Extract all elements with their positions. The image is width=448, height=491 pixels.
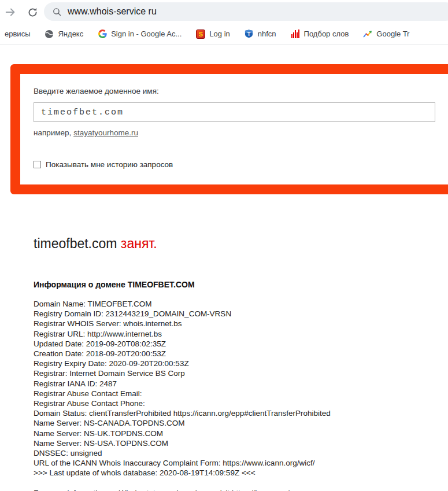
whois-line: For more information on Whois status cod… (34, 488, 448, 491)
bookmark-login[interactable]: S Log in (192, 28, 233, 40)
reload-icon (27, 6, 39, 19)
whois-line: Updated Date: 2019-09-20T08:02:35Z (34, 339, 448, 349)
whois-line: DNSSEC: unsigned (34, 448, 448, 458)
result-heading: timeofbet.com занят. (34, 237, 448, 250)
whois-line: Registrar Abuse Contact Phone: (34, 398, 448, 408)
forward-button[interactable] (3, 5, 17, 19)
whois-line: Name Server: NS-UK.TOPDNS.COM (34, 429, 448, 438)
result-status: занят. (121, 236, 157, 251)
search-icon (52, 7, 62, 17)
bookmarks-bar: ервисы Яндекс Sign in - Google Ac... S L… (0, 23, 448, 45)
address-bar[interactable]: www.whois-service ru (44, 2, 448, 21)
whois-line: Registrar Abuse Contact Email: (34, 389, 448, 398)
red-bars-icon (291, 29, 300, 39)
whois-line: Registry Domain ID: 2312443219_DOMAIN_CO… (34, 309, 448, 319)
whois-block: Domain Name: TIMEOFBET.COMRegistry Domai… (34, 299, 448, 491)
url-text: www.whois-service ru (68, 6, 157, 17)
history-checkbox[interactable] (34, 161, 41, 168)
bookmark-yandex[interactable]: Яндекс (41, 28, 87, 40)
bookmark-google-signin[interactable]: Sign in - Google Ac... (94, 28, 185, 40)
history-checkbox-label: Показывать мне историю запросов (46, 160, 173, 169)
blue-shield-t-icon: T (245, 29, 254, 39)
whois-line: Creation Date: 2018-09-20T20:00:53Z (34, 349, 448, 359)
result-domain: timeofbet.com (34, 236, 117, 251)
svg-text:T: T (247, 31, 251, 37)
whois-line: Name Server: NS-USA.TOPDNS.COM (34, 438, 448, 448)
whois-line: Registrar URL: http://www.internet.bs (34, 329, 448, 339)
browser-toolbar: www.whois-service ru (0, 0, 448, 23)
globe-icon (45, 29, 54, 39)
trends-icon (363, 29, 372, 39)
domain-info-heading: Информация о домене TIMEOFBET.COM (34, 280, 448, 289)
bookmark-google-trends[interactable]: Google Tr (360, 28, 413, 40)
bookmark-wordstat[interactable]: Подбор слов (287, 28, 353, 40)
bookmark-servisy[interactable]: ервисы (1, 28, 34, 40)
history-checkbox-row: Показывать мне историю запросов (34, 160, 435, 169)
forward-arrow-icon (4, 6, 17, 19)
example-prefix: например, (34, 128, 71, 137)
red-s-icon: S (196, 29, 205, 39)
domain-query-box: Введите желаемое доменное имя: например,… (10, 64, 448, 194)
whois-line: Domain Name: TIMEOFBET.COM (34, 299, 448, 309)
page-content: Введите желаемое доменное имя: например,… (0, 64, 448, 491)
google-g-icon (98, 29, 107, 39)
whois-line: Registrar WHOIS Server: whois.internet.b… (34, 319, 448, 328)
whois-line (34, 478, 448, 488)
whois-line: >>> Last update of whois database: 2020-… (34, 468, 448, 478)
domain-input[interactable] (34, 102, 435, 122)
whois-line: Registrar: Internet Domain Service BS Co… (34, 368, 448, 378)
whois-line: Registrar IANA ID: 2487 (34, 379, 448, 389)
example-line: например, stayatyourhome.ru (34, 128, 435, 137)
reload-button[interactable] (25, 5, 39, 19)
bookmark-nhfcn[interactable]: T nhfcn (241, 28, 280, 40)
whois-line: Name Server: NS-CANADA.TOPDNS.COM (34, 418, 448, 428)
example-domain-link[interactable]: stayatyourhome.ru (73, 128, 138, 137)
domain-input-label: Введите желаемое доменное имя: (34, 87, 435, 95)
whois-line: Domain Status: clientTransferProhibited … (34, 408, 448, 418)
whois-line: URL of the ICANN Whois Inaccuracy Compla… (34, 458, 448, 468)
whois-line: Registry Expiry Date: 2020-09-20T20:00:5… (34, 359, 448, 368)
